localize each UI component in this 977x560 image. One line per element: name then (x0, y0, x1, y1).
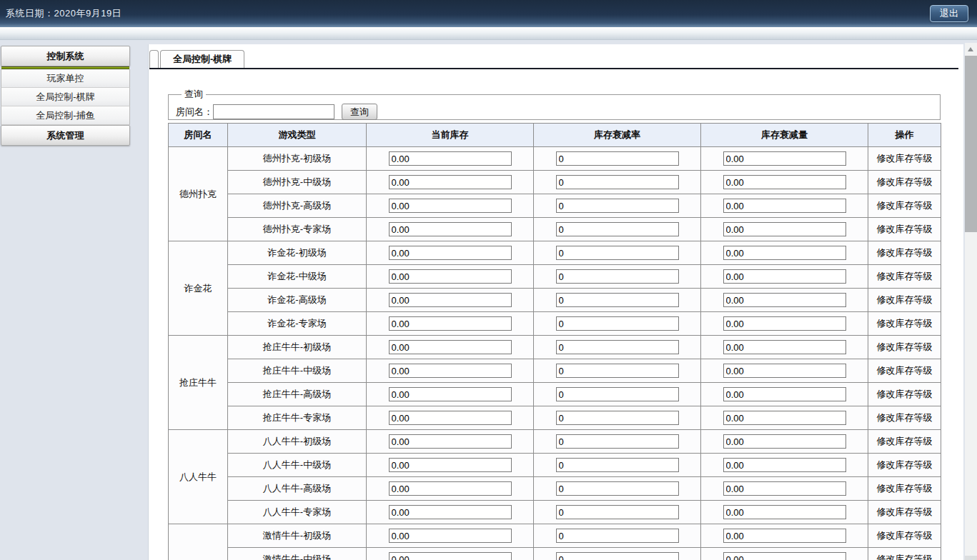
room-group-cell: 德州扑克 (169, 147, 228, 241)
decay-rate-input[interactable] (556, 293, 679, 307)
modify-stock-level-link[interactable]: 修改库存等级 (877, 247, 933, 258)
decay-amount-input[interactable] (723, 411, 846, 425)
modify-stock-level-link[interactable]: 修改库存等级 (877, 200, 933, 211)
decay-rate-input[interactable] (556, 434, 679, 449)
decay-amount-input[interactable] (723, 387, 846, 401)
decay-rate-input[interactable] (556, 269, 679, 284)
decay-amount-input[interactable] (723, 505, 846, 519)
decay-amount-input[interactable] (723, 481, 846, 496)
modify-stock-level-link[interactable]: 修改库存等级 (877, 506, 933, 517)
modify-stock-level-link[interactable]: 修改库存等级 (877, 294, 933, 305)
column-header: 房间名 (169, 124, 228, 147)
table-row: 抢庄牛牛-专家场修改库存等级 (169, 406, 941, 430)
current-stock-input[interactable] (389, 505, 512, 519)
current-stock-input[interactable] (389, 175, 512, 189)
decay-amount-input-cell (701, 383, 868, 406)
game-type-cell: 激情牛牛-中级场 (228, 548, 367, 560)
modify-stock-level-link[interactable]: 修改库存等级 (877, 459, 933, 470)
tab-global-control-board[interactable]: 全局控制-棋牌 (160, 50, 244, 68)
modify-stock-level-link[interactable]: 修改库存等级 (877, 271, 933, 281)
modify-stock-level-link[interactable]: 修改库存等级 (877, 341, 933, 352)
decay-amount-input-cell (701, 524, 868, 548)
decay-rate-input[interactable] (556, 552, 679, 560)
decay-amount-input[interactable] (723, 552, 846, 560)
modify-stock-level-link[interactable]: 修改库存等级 (877, 176, 933, 187)
decay-amount-input[interactable] (723, 199, 846, 213)
decay-amount-input[interactable] (723, 364, 846, 378)
decay-amount-input[interactable] (723, 246, 846, 260)
decay-rate-input[interactable] (556, 505, 679, 519)
vertical-scrollbar[interactable] (965, 43, 977, 560)
decay-rate-input[interactable] (556, 364, 679, 378)
decay-amount-input[interactable] (723, 151, 846, 166)
modify-stock-level-link[interactable]: 修改库存等级 (877, 412, 933, 423)
decay-amount-input[interactable] (723, 529, 846, 543)
modify-stock-level-link[interactable]: 修改库存等级 (877, 483, 933, 494)
query-legend: 查询 (182, 88, 206, 101)
sidebar-item-2[interactable]: 全局控制-棋牌 (1, 88, 130, 106)
current-stock-input[interactable] (389, 458, 512, 472)
decay-rate-input[interactable] (556, 151, 679, 166)
current-stock-input[interactable] (389, 434, 512, 449)
modify-stock-level-link[interactable]: 修改库存等级 (877, 389, 933, 399)
modify-stock-level-link[interactable]: 修改库存等级 (877, 318, 933, 329)
scroll-down-button[interactable] (965, 556, 977, 560)
modify-stock-level-link[interactable]: 修改库存等级 (877, 224, 933, 234)
modify-stock-level-link[interactable]: 修改库存等级 (877, 530, 933, 541)
current-stock-input[interactable] (389, 293, 512, 307)
decay-amount-input[interactable] (723, 316, 846, 331)
decay-rate-input[interactable] (556, 316, 679, 331)
current-stock-input-cell (367, 336, 534, 359)
column-header: 操作 (868, 124, 941, 147)
scrollbar-thumb[interactable] (965, 56, 977, 232)
current-stock-input[interactable] (389, 552, 512, 560)
sidebar-item-3[interactable]: 全局控制-捕鱼 (1, 106, 130, 125)
decay-rate-input[interactable] (556, 222, 679, 236)
modify-stock-level-link[interactable]: 修改库存等级 (877, 153, 933, 164)
modify-stock-level-link[interactable]: 修改库存等级 (877, 554, 933, 560)
decay-rate-input[interactable] (556, 387, 679, 401)
sidebar-section-header-0[interactable]: 控制系统 (1, 46, 130, 66)
current-stock-input[interactable] (389, 269, 512, 284)
room-name-input[interactable] (213, 104, 334, 119)
decay-amount-input[interactable] (723, 293, 846, 307)
decay-amount-input[interactable] (723, 434, 846, 449)
decay-rate-input[interactable] (556, 529, 679, 543)
decay-rate-input[interactable] (556, 340, 679, 354)
search-button[interactable]: 查询 (342, 104, 377, 120)
modify-stock-level-link[interactable]: 修改库存等级 (877, 436, 933, 446)
game-type-cell: 八人牛牛-初级场 (228, 430, 367, 454)
action-cell: 修改库存等级 (868, 454, 941, 477)
current-stock-input[interactable] (389, 481, 512, 496)
scroll-up-button[interactable] (965, 43, 977, 55)
table-head: 房间名游戏类型当前库存库存衰减率库存衰减量操作 (169, 124, 941, 147)
current-stock-input[interactable] (389, 411, 512, 425)
decay-amount-input[interactable] (723, 175, 846, 189)
decay-amount-input[interactable] (723, 458, 846, 472)
current-stock-input[interactable] (389, 364, 512, 378)
decay-rate-input[interactable] (556, 199, 679, 213)
decay-amount-input[interactable] (723, 269, 846, 284)
game-type-cell: 抢庄牛牛-专家场 (228, 406, 367, 430)
current-stock-input[interactable] (389, 246, 512, 260)
decay-rate-input[interactable] (556, 411, 679, 425)
sidebar-item-1[interactable]: 玩家单控 (1, 69, 130, 88)
current-stock-input[interactable] (389, 340, 512, 354)
modify-stock-level-link[interactable]: 修改库存等级 (877, 365, 933, 376)
decay-rate-input[interactable] (556, 246, 679, 260)
current-stock-input[interactable] (389, 387, 512, 401)
logout-button[interactable]: 退出 (930, 5, 968, 22)
current-stock-input[interactable] (389, 199, 512, 213)
sidebar-section-header-4[interactable]: 系统管理 (1, 125, 130, 146)
current-stock-input[interactable] (389, 316, 512, 331)
decay-amount-input[interactable] (723, 340, 846, 354)
current-stock-input[interactable] (389, 529, 512, 543)
action-cell: 修改库存等级 (868, 359, 941, 383)
decay-amount-input[interactable] (723, 222, 846, 236)
decay-rate-input[interactable] (556, 481, 679, 496)
decay-rate-input-cell (534, 406, 701, 430)
current-stock-input[interactable] (389, 151, 512, 166)
decay-rate-input[interactable] (556, 458, 679, 472)
decay-rate-input[interactable] (556, 175, 679, 189)
current-stock-input[interactable] (389, 222, 512, 236)
